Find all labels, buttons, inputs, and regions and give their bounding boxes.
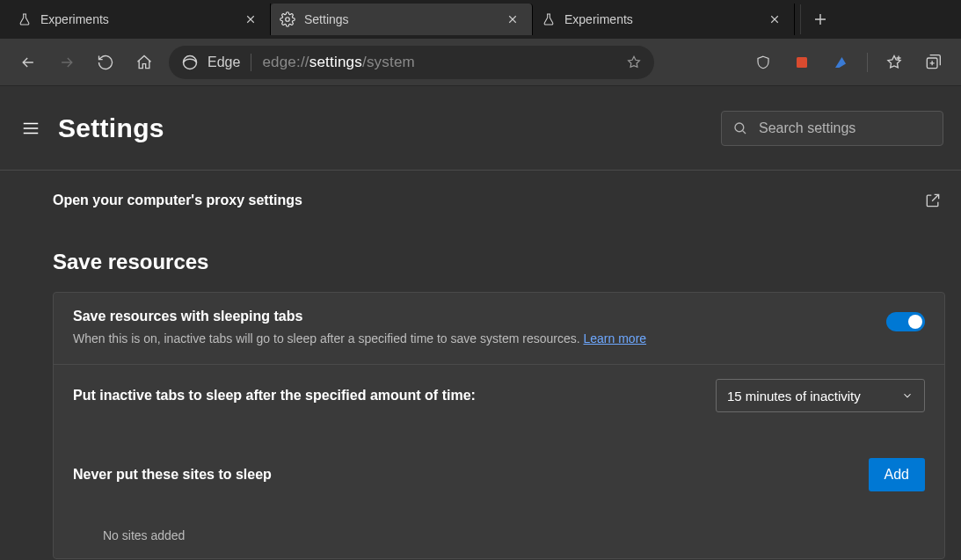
inactive-time-label: Put inactive tabs to sleep after the spe… bbox=[73, 388, 476, 404]
learn-more-link[interactable]: Learn more bbox=[583, 331, 646, 345]
tab-label: Experiments bbox=[564, 12, 755, 26]
page-title: Settings bbox=[58, 113, 164, 143]
sleeping-tabs-toggle[interactable] bbox=[886, 312, 925, 331]
settings-content: Open your computer's proxy settings Save… bbox=[0, 171, 961, 560]
tab-label: Settings bbox=[304, 12, 493, 26]
site-identity-label: Edge bbox=[207, 55, 240, 70]
add-site-button[interactable]: Add bbox=[869, 458, 925, 491]
sleeping-tabs-title: Save resources with sleeping tabs bbox=[73, 309, 869, 324]
extensions-area bbox=[746, 45, 950, 80]
sleeping-tabs-description: When this is on, inactive tabs will go t… bbox=[73, 330, 869, 348]
external-link-icon bbox=[924, 192, 942, 209]
no-sites-message: No sites added bbox=[54, 523, 944, 558]
search-settings[interactable] bbox=[721, 111, 943, 146]
section-heading: Save resources bbox=[53, 250, 945, 274]
sleeping-tabs-options: Put inactive tabs to sleep after the spe… bbox=[54, 364, 944, 558]
close-icon[interactable] bbox=[502, 9, 523, 30]
browser-tab-0[interactable]: Experiments bbox=[9, 4, 271, 35]
menu-button[interactable] bbox=[18, 115, 44, 142]
svg-point-4 bbox=[735, 123, 744, 132]
favorite-button[interactable] bbox=[626, 55, 642, 70]
settings-header: Settings bbox=[0, 86, 961, 171]
site-identity[interactable]: Edge bbox=[181, 54, 240, 71]
browser-tab-1[interactable]: Settings bbox=[271, 4, 533, 35]
toolbar: Edge edge://settings/system bbox=[0, 39, 961, 86]
sleeping-tabs-row: Save resources with sleeping tabs When t… bbox=[54, 293, 944, 364]
svg-point-1 bbox=[184, 55, 197, 69]
favorites-button[interactable] bbox=[877, 45, 912, 80]
close-icon[interactable] bbox=[240, 9, 261, 30]
flask-icon bbox=[542, 12, 556, 26]
tab-label: Experiments bbox=[40, 12, 231, 26]
tab-strip: Experiments Settings Experiments bbox=[0, 0, 961, 39]
description-text: When this is on, inactive tabs will go t… bbox=[73, 331, 583, 345]
proxy-settings-row[interactable]: Open your computer's proxy settings bbox=[53, 179, 945, 230]
edge-icon bbox=[181, 54, 199, 71]
url-text: edge://settings/system bbox=[262, 54, 415, 71]
browser-tab-2[interactable]: Experiments bbox=[533, 4, 795, 35]
toggle-knob bbox=[908, 315, 922, 329]
shield-icon[interactable] bbox=[746, 45, 781, 80]
inactive-time-dropdown[interactable]: 15 minutes of inactivity bbox=[716, 379, 925, 412]
inactive-time-row: Put inactive tabs to sleep after the spe… bbox=[54, 365, 944, 426]
proxy-settings-label: Open your computer's proxy settings bbox=[53, 193, 302, 208]
close-icon[interactable] bbox=[764, 9, 785, 30]
home-button[interactable] bbox=[127, 45, 162, 80]
new-tab-button[interactable] bbox=[800, 4, 830, 34]
collections-button[interactable] bbox=[915, 45, 950, 80]
never-sleep-label: Never put these sites to sleep bbox=[73, 467, 272, 483]
gear-icon bbox=[280, 11, 295, 27]
url-host: settings bbox=[309, 54, 362, 70]
flask-icon bbox=[18, 12, 32, 26]
address-bar[interactable]: Edge edge://settings/system bbox=[169, 46, 654, 79]
url-path: /system bbox=[362, 54, 415, 70]
svg-point-0 bbox=[286, 18, 290, 22]
dropdown-value: 15 minutes of inactivity bbox=[727, 389, 861, 404]
search-input[interactable] bbox=[759, 120, 935, 136]
separator bbox=[867, 53, 868, 72]
forward-button[interactable] bbox=[49, 45, 84, 80]
url-scheme: edge:// bbox=[262, 54, 309, 70]
never-sleep-row: Never put these sites to sleep Add bbox=[54, 444, 944, 505]
extension-icon-1[interactable] bbox=[784, 45, 819, 80]
refresh-button[interactable] bbox=[88, 45, 123, 80]
save-resources-card: Save resources with sleeping tabs When t… bbox=[53, 292, 945, 559]
separator bbox=[251, 54, 251, 71]
search-icon bbox=[732, 120, 748, 136]
chevron-down-icon bbox=[901, 389, 914, 402]
back-button[interactable] bbox=[11, 45, 46, 80]
extension-icon-2[interactable] bbox=[823, 45, 858, 80]
svg-rect-2 bbox=[797, 57, 807, 68]
